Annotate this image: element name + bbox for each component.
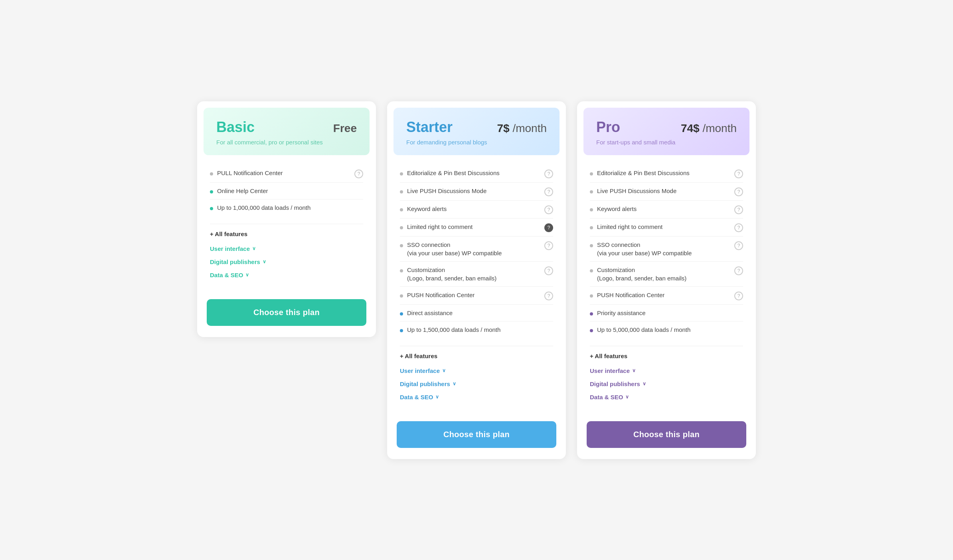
feature-item: Priority assistance: [590, 305, 743, 321]
feature-text: SSO connection (via your user base) WP c…: [407, 241, 541, 257]
expandable-1[interactable]: Digital publishers∨: [400, 377, 553, 390]
feature-text: PUSH Notification Center: [597, 291, 731, 299]
help-icon[interactable]: ?: [544, 205, 553, 214]
feature-bullet: [400, 208, 403, 211]
expandable-1[interactable]: Digital publishers∨: [210, 255, 363, 268]
feature-item: PULL Notification Center?: [210, 165, 363, 183]
feature-bullet: [400, 294, 403, 298]
choose-plan-button-basic[interactable]: Choose this plan: [207, 299, 366, 326]
feature-list: PULL Notification Center?Online Help Cen…: [210, 165, 363, 216]
feature-text: Keyword alerts: [407, 205, 541, 213]
feature-bullet: [210, 207, 213, 210]
all-features-title: + All features: [400, 353, 553, 359]
plan-name: Starter: [406, 119, 453, 136]
expandable-2[interactable]: Data & SEO∨: [590, 390, 743, 404]
expandable-0[interactable]: User interface∨: [400, 364, 553, 377]
feature-bullet: [590, 244, 593, 247]
feature-text: PULL Notification Center: [217, 169, 351, 177]
help-icon[interactable]: ?: [544, 187, 553, 196]
choose-plan-button-starter[interactable]: Choose this plan: [397, 421, 556, 448]
expandable-1[interactable]: Digital publishers∨: [590, 377, 743, 390]
plan-subtitle: For start-ups and small media: [596, 139, 737, 146]
feature-bullet: [590, 190, 593, 193]
help-icon[interactable]: ?: [734, 292, 743, 300]
feature-text: Direct assistance: [407, 309, 553, 317]
expandable-0[interactable]: User interface∨: [590, 364, 743, 377]
feature-item: Keyword alerts?: [590, 201, 743, 219]
plan-footer: Choose this plan: [387, 413, 566, 459]
chevron-down-icon: ∨: [263, 259, 266, 264]
plan-price: 74$ /month: [681, 122, 737, 135]
feature-bullet: [400, 244, 403, 247]
plan-subtitle: For all commercial, pro or personal site…: [216, 139, 357, 146]
feature-bullet: [590, 172, 593, 175]
feature-list: Editorialize & Pin Best Discussions?Live…: [590, 165, 743, 338]
help-icon[interactable]: ?: [354, 170, 363, 178]
plan-footer: Choose this plan: [577, 413, 756, 459]
expandable-0[interactable]: User interface∨: [210, 242, 363, 255]
feature-bullet: [590, 329, 593, 332]
plan-card-basic: BasicFreeFor all commercial, pro or pers…: [197, 101, 376, 337]
feature-bullet: [400, 172, 403, 175]
expandable-2[interactable]: Data & SEO∨: [400, 390, 553, 404]
plan-price: Free: [333, 122, 357, 135]
feature-item: Editorialize & Pin Best Discussions?: [400, 165, 553, 183]
help-icon[interactable]: ?: [734, 187, 743, 196]
feature-item: PUSH Notification Center?: [400, 287, 553, 305]
feature-text: Online Help Center: [217, 187, 363, 195]
feature-item: Limited right to comment?: [400, 219, 553, 237]
feature-bullet: [590, 208, 593, 211]
help-icon[interactable]: ?: [544, 292, 553, 300]
feature-item: Customization (Logo, brand, sender, ban …: [590, 262, 743, 287]
help-icon[interactable]: ?: [734, 205, 743, 214]
plan-card-starter: Starter7$ /monthFor demanding personal b…: [387, 101, 566, 459]
plan-body: PULL Notification Center?Online Help Cen…: [197, 155, 376, 291]
feature-bullet: [400, 312, 403, 315]
feature-item: SSO connection (via your user base) WP c…: [400, 237, 553, 262]
plan-body: Editorialize & Pin Best Discussions?Live…: [387, 155, 566, 413]
feature-bullet: [400, 226, 403, 229]
feature-item: Direct assistance: [400, 305, 553, 321]
help-icon[interactable]: ?: [734, 266, 743, 275]
feature-item: Up to 1,000,000 data loads / month: [210, 199, 363, 216]
expandable-label: Digital publishers: [590, 381, 640, 387]
feature-text: Limited right to comment: [407, 223, 541, 231]
feature-text: Live PUSH Discussions Mode: [597, 187, 731, 195]
expandable-label: Digital publishers: [400, 381, 450, 387]
chevron-down-icon: ∨: [245, 272, 249, 278]
feature-text: Keyword alerts: [597, 205, 731, 213]
feature-text: Up to 1,500,000 data loads / month: [407, 325, 553, 334]
expandable-label: Digital publishers: [210, 258, 260, 265]
feature-item: Keyword alerts?: [400, 201, 553, 219]
feature-bullet: [590, 269, 593, 272]
chevron-down-icon: ∨: [453, 381, 456, 386]
all-features-section: + All featuresUser interface∨Digital pub…: [400, 346, 553, 404]
feature-text: SSO connection (via your user base) WP c…: [597, 241, 731, 257]
plan-header-pro: Pro74$ /monthFor start-ups and small med…: [583, 108, 749, 155]
chevron-down-icon: ∨: [625, 394, 629, 400]
feature-item: Limited right to comment?: [590, 219, 743, 237]
plan-name: Basic: [216, 119, 255, 136]
chevron-down-icon: ∨: [632, 368, 636, 373]
pricing-container: BasicFreeFor all commercial, pro or pers…: [197, 101, 756, 459]
feature-bullet: [210, 172, 213, 175]
plan-card-pro: Pro74$ /monthFor start-ups and small med…: [577, 101, 756, 459]
help-icon[interactable]: ?: [544, 241, 553, 250]
help-icon[interactable]: ?: [544, 223, 553, 232]
plan-header-starter: Starter7$ /monthFor demanding personal b…: [393, 108, 560, 155]
help-icon[interactable]: ?: [544, 266, 553, 275]
chevron-down-icon: ∨: [643, 381, 646, 386]
help-icon[interactable]: ?: [734, 170, 743, 178]
all-features-title: + All features: [590, 353, 743, 359]
feature-item: Up to 1,500,000 data loads / month: [400, 321, 553, 338]
help-icon[interactable]: ?: [734, 241, 743, 250]
help-icon[interactable]: ?: [544, 170, 553, 178]
choose-plan-button-pro[interactable]: Choose this plan: [587, 421, 746, 448]
expandable-label: User interface: [590, 367, 630, 374]
expandable-2[interactable]: Data & SEO∨: [210, 268, 363, 282]
help-icon[interactable]: ?: [734, 223, 743, 232]
feature-text: Customization (Logo, brand, sender, ban …: [407, 266, 541, 282]
chevron-down-icon: ∨: [442, 368, 446, 373]
feature-text: Editorialize & Pin Best Discussions: [407, 169, 541, 177]
feature-text: Limited right to comment: [597, 223, 731, 231]
